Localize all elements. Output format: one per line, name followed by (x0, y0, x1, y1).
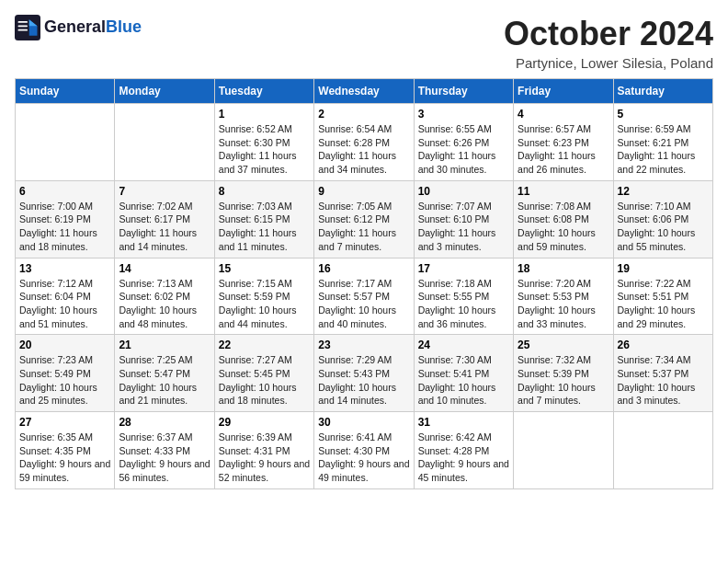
day-number: 16 (318, 262, 409, 275)
calendar-cell: 10Sunrise: 7:07 AM Sunset: 6:10 PM Dayli… (414, 180, 513, 258)
day-info: Sunrise: 7:10 AM Sunset: 6:06 PM Dayligh… (618, 200, 709, 254)
header-day-friday: Friday (514, 79, 613, 104)
day-number: 13 (19, 262, 110, 275)
day-info: Sunrise: 6:52 AM Sunset: 6:30 PM Dayligh… (219, 122, 310, 177)
day-info: Sunrise: 7:02 AM Sunset: 6:17 PM Dayligh… (119, 200, 210, 254)
calendar-cell: 20Sunrise: 7:23 AM Sunset: 5:49 PM Dayli… (16, 335, 115, 412)
header-day-monday: Monday (115, 79, 214, 104)
header-day-saturday: Saturday (613, 79, 712, 104)
calendar-cell: 25Sunrise: 7:32 AM Sunset: 5:39 PM Dayli… (514, 335, 613, 412)
day-number: 18 (518, 262, 609, 275)
calendar-cell: 29Sunrise: 6:39 AM Sunset: 4:31 PM Dayli… (214, 412, 313, 489)
logo-icon (15, 15, 40, 40)
day-info: Sunrise: 7:25 AM Sunset: 5:47 PM Dayligh… (119, 353, 210, 408)
day-info: Sunrise: 6:35 AM Sunset: 4:35 PM Dayligh… (19, 431, 110, 485)
calendar-cell (115, 104, 214, 181)
day-info: Sunrise: 6:42 AM Sunset: 4:28 PM Dayligh… (418, 431, 509, 485)
day-number: 15 (219, 262, 310, 275)
day-info: Sunrise: 7:29 AM Sunset: 5:43 PM Dayligh… (318, 353, 409, 408)
calendar-cell: 12Sunrise: 7:10 AM Sunset: 6:06 PM Dayli… (613, 180, 712, 258)
day-info: Sunrise: 7:08 AM Sunset: 6:08 PM Dayligh… (518, 200, 609, 254)
calendar-cell: 16Sunrise: 7:17 AM Sunset: 5:57 PM Dayli… (314, 258, 414, 335)
calendar-cell: 27Sunrise: 6:35 AM Sunset: 4:35 PM Dayli… (16, 412, 115, 489)
day-number: 2 (318, 108, 409, 121)
day-info: Sunrise: 7:18 AM Sunset: 5:55 PM Dayligh… (418, 277, 509, 331)
day-number: 11 (518, 185, 609, 198)
day-number: 14 (119, 262, 210, 275)
day-number: 9 (318, 185, 409, 198)
day-number: 31 (418, 416, 509, 429)
calendar-cell: 26Sunrise: 7:34 AM Sunset: 5:37 PM Dayli… (613, 335, 712, 412)
day-info: Sunrise: 7:23 AM Sunset: 5:49 PM Dayligh… (19, 353, 110, 408)
calendar-cell: 14Sunrise: 7:13 AM Sunset: 6:02 PM Dayli… (115, 258, 214, 335)
day-number: 7 (119, 185, 210, 198)
header-day-sunday: Sunday (16, 79, 115, 104)
calendar-week-0: 1Sunrise: 6:52 AM Sunset: 6:30 PM Daylig… (16, 104, 713, 181)
day-number: 21 (119, 339, 210, 351)
day-number: 28 (119, 416, 210, 429)
calendar-cell: 28Sunrise: 6:37 AM Sunset: 4:33 PM Dayli… (115, 412, 214, 489)
day-number: 6 (19, 185, 110, 198)
calendar-cell: 13Sunrise: 7:12 AM Sunset: 6:04 PM Dayli… (16, 258, 115, 335)
calendar-week-2: 13Sunrise: 7:12 AM Sunset: 6:04 PM Dayli… (16, 258, 713, 335)
day-info: Sunrise: 7:05 AM Sunset: 6:12 PM Dayligh… (318, 200, 409, 254)
logo-text: GeneralBlue (44, 18, 142, 37)
calendar-cell: 18Sunrise: 7:20 AM Sunset: 5:53 PM Dayli… (514, 258, 613, 335)
svg-rect-4 (18, 25, 28, 27)
day-number: 23 (318, 339, 409, 351)
day-info: Sunrise: 7:03 AM Sunset: 6:15 PM Dayligh… (219, 200, 310, 254)
day-number: 19 (618, 262, 709, 275)
day-info: Sunrise: 7:13 AM Sunset: 6:02 PM Dayligh… (119, 277, 210, 331)
calendar-week-1: 6Sunrise: 7:00 AM Sunset: 6:19 PM Daylig… (16, 180, 713, 258)
calendar-cell: 11Sunrise: 7:08 AM Sunset: 6:08 PM Dayli… (514, 180, 613, 258)
calendar-cell: 2Sunrise: 6:54 AM Sunset: 6:28 PM Daylig… (314, 104, 414, 181)
day-info: Sunrise: 7:27 AM Sunset: 5:45 PM Dayligh… (219, 353, 310, 408)
calendar-cell: 23Sunrise: 7:29 AM Sunset: 5:43 PM Dayli… (314, 335, 414, 412)
day-number: 12 (618, 185, 709, 198)
header-day-wednesday: Wednesday (314, 79, 414, 104)
calendar-cell: 15Sunrise: 7:15 AM Sunset: 5:59 PM Dayli… (214, 258, 313, 335)
calendar-cell: 24Sunrise: 7:30 AM Sunset: 5:41 PM Dayli… (414, 335, 513, 412)
day-number: 8 (219, 185, 310, 198)
calendar-cell: 8Sunrise: 7:03 AM Sunset: 6:15 PM Daylig… (214, 180, 313, 258)
calendar-week-4: 27Sunrise: 6:35 AM Sunset: 4:35 PM Dayli… (16, 412, 713, 489)
svg-rect-3 (18, 21, 28, 23)
day-info: Sunrise: 7:34 AM Sunset: 5:37 PM Dayligh… (618, 353, 709, 408)
svg-rect-5 (18, 29, 28, 31)
calendar-cell: 17Sunrise: 7:18 AM Sunset: 5:55 PM Dayli… (414, 258, 513, 335)
day-number: 17 (418, 262, 509, 275)
day-number: 22 (219, 339, 310, 351)
calendar-cell: 22Sunrise: 7:27 AM Sunset: 5:45 PM Dayli… (214, 335, 313, 412)
calendar-header: SundayMondayTuesdayWednesdayThursdayFrid… (16, 79, 713, 104)
day-info: Sunrise: 7:07 AM Sunset: 6:10 PM Dayligh… (418, 200, 509, 254)
calendar-cell: 30Sunrise: 6:41 AM Sunset: 4:30 PM Dayli… (314, 412, 414, 489)
day-info: Sunrise: 6:59 AM Sunset: 6:21 PM Dayligh… (618, 122, 709, 177)
day-info: Sunrise: 7:30 AM Sunset: 5:41 PM Dayligh… (418, 353, 509, 408)
calendar-body: 1Sunrise: 6:52 AM Sunset: 6:30 PM Daylig… (16, 104, 713, 489)
day-info: Sunrise: 7:00 AM Sunset: 6:19 PM Dayligh… (19, 200, 110, 254)
day-number: 10 (418, 185, 509, 198)
day-number: 1 (219, 108, 310, 121)
day-number: 29 (219, 416, 310, 429)
day-info: Sunrise: 6:39 AM Sunset: 4:31 PM Dayligh… (219, 431, 310, 485)
day-number: 20 (19, 339, 110, 351)
calendar-cell: 5Sunrise: 6:59 AM Sunset: 6:21 PM Daylig… (613, 104, 712, 181)
day-number: 5 (618, 108, 709, 121)
title-block: October 2024 Partynice, Lower Silesia, P… (504, 15, 713, 71)
day-info: Sunrise: 7:22 AM Sunset: 5:51 PM Dayligh… (618, 277, 709, 331)
calendar-cell: 4Sunrise: 6:57 AM Sunset: 6:23 PM Daylig… (514, 104, 613, 181)
month-title: October 2024 (504, 15, 713, 53)
day-number: 30 (318, 416, 409, 429)
header-row: SundayMondayTuesdayWednesdayThursdayFrid… (16, 79, 713, 104)
day-number: 25 (518, 339, 609, 351)
day-info: Sunrise: 6:54 AM Sunset: 6:28 PM Dayligh… (318, 122, 409, 177)
header-day-tuesday: Tuesday (214, 79, 313, 104)
calendar-week-3: 20Sunrise: 7:23 AM Sunset: 5:49 PM Dayli… (16, 335, 713, 412)
calendar-cell: 3Sunrise: 6:55 AM Sunset: 6:26 PM Daylig… (414, 104, 513, 181)
logo: GeneralBlue (15, 15, 142, 40)
day-info: Sunrise: 7:32 AM Sunset: 5:39 PM Dayligh… (518, 353, 609, 408)
header-day-thursday: Thursday (414, 79, 513, 104)
page-header: GeneralBlue October 2024 Partynice, Lowe… (15, 15, 713, 71)
day-info: Sunrise: 7:15 AM Sunset: 5:59 PM Dayligh… (219, 277, 310, 331)
calendar-cell: 7Sunrise: 7:02 AM Sunset: 6:17 PM Daylig… (115, 180, 214, 258)
